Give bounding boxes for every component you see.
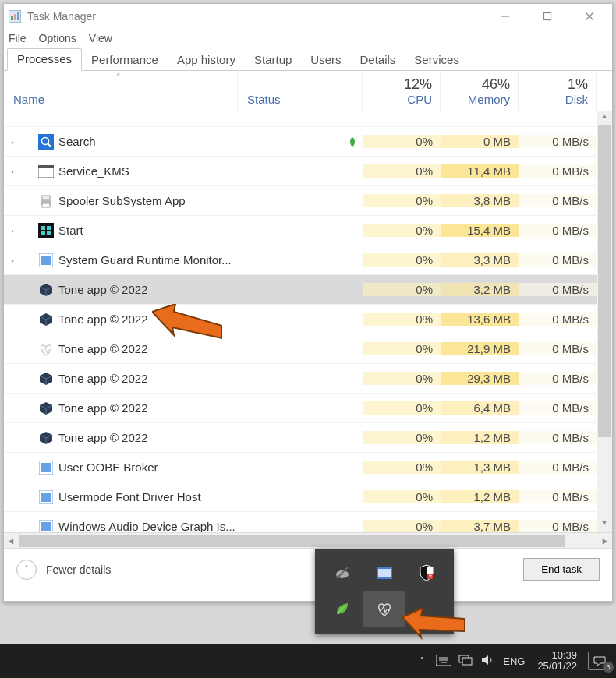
minimize-button[interactable] (484, 4, 526, 29)
process-name: Usermode Font Driver Host (58, 490, 201, 503)
language-indicator[interactable]: ENG (503, 655, 525, 667)
cpu-cell: 0% (363, 431, 441, 444)
disk-cell: 0 MB/s (519, 401, 597, 415)
app-icon (38, 489, 54, 505)
keyboard-icon[interactable] (433, 655, 455, 668)
process-name: System Guard Runtime Monitor... (58, 253, 232, 267)
process-row[interactable]: ›·Usermode Font Driver Host0%1,2 MB0 MB/… (4, 482, 612, 512)
svg-rect-5 (544, 13, 551, 20)
menu-options[interactable]: Options (39, 32, 76, 44)
tab-users[interactable]: Users (301, 50, 350, 71)
maximize-button[interactable] (526, 4, 568, 29)
cpu-cell: 0% (363, 283, 441, 296)
memory-label: Memory (468, 93, 510, 106)
tray-shield-x-icon[interactable]: ✕ (405, 555, 448, 591)
process-row[interactable]: ›·Spooler SubSystem App0%3,8 MB0 MB/s (4, 186, 612, 216)
tab-performance[interactable]: Performance (82, 50, 168, 71)
tab-startup[interactable]: Startup (245, 50, 301, 71)
network-icon[interactable] (455, 654, 476, 669)
titlebar[interactable]: Task Manager (4, 4, 612, 29)
process-row[interactable]: ›·Tone app © 20220%3,2 MB0 MB/s (4, 275, 612, 305)
cpu-cell: 0% (363, 194, 441, 207)
process-row[interactable]: ›·Tone app © 20220%1,2 MB0 MB/s (4, 423, 612, 453)
memory-cell: 21,9 MB (441, 342, 519, 355)
menu-view[interactable]: View (89, 32, 112, 44)
col-cpu[interactable]: 12% CPU (363, 71, 441, 111)
process-list[interactable]: ›·Search0%0 MB0 MB/s›·Service_KMS0%11,4 … (4, 111, 612, 532)
cpu-cell: 0% (363, 490, 441, 503)
process-row[interactable]: ›·Service_KMS0%11,4 MB0 MB/s (4, 157, 612, 186)
notifications-button[interactable]: 3 (588, 652, 611, 670)
cpu-cell: 0% (363, 342, 441, 355)
cpu-cell: 0% (363, 224, 441, 237)
process-row[interactable]: ›·Tone app © 20220%13,6 MB0 MB/s (4, 305, 612, 334)
disk-cell: 0 MB/s (519, 431, 597, 444)
cpu-cell: 0% (363, 461, 441, 474)
tray-leaf-icon[interactable] (321, 591, 363, 627)
cpu-cell: 0% (363, 313, 441, 326)
close-button[interactable] (568, 4, 611, 29)
cpu-cell: 0% (363, 520, 441, 532)
disk-cell: 0 MB/s (519, 520, 597, 532)
process-name: User OOBE Broker (58, 461, 158, 474)
process-row[interactable]: ›·Start0%15,4 MB0 MB/s (4, 216, 612, 245)
tab-services[interactable]: Services (405, 50, 469, 71)
expand-caret-icon[interactable]: › (7, 256, 18, 265)
memory-cell: 3,3 MB (441, 253, 519, 267)
notification-badge: 3 (603, 662, 614, 673)
cube-icon (38, 312, 54, 327)
tray-heart-icon[interactable] (363, 591, 405, 627)
col-disk[interactable]: 1% Disk (519, 71, 597, 111)
expand-caret-icon[interactable]: › (7, 226, 18, 235)
process-row[interactable]: ›·Tone app © 20220%6,4 MB0 MB/s (4, 394, 612, 423)
menu-file[interactable]: File (9, 32, 27, 44)
svg-rect-16 (38, 223, 54, 238)
col-status[interactable]: Status (238, 71, 363, 111)
process-row[interactable]: ›·User OOBE Broker0%1,3 MB0 MB/s (4, 453, 612, 482)
cube-icon (38, 401, 54, 416)
tray-cloud-off-icon[interactable] (321, 555, 363, 591)
column-header: ˄ Name Status 12% CPU 46% Memory 1% Disk (4, 71, 612, 111)
process-name: Tone app © 2022 (58, 401, 147, 415)
app-icon (38, 252, 54, 268)
memory-cell: 1,3 MB (441, 461, 519, 474)
tray-window-icon[interactable] (363, 555, 405, 591)
svg-rect-3 (17, 12, 19, 20)
vertical-scrollbar[interactable]: ▲▼ (597, 111, 612, 532)
app-icon (38, 460, 54, 475)
fewer-details-label: Fewer details (46, 563, 111, 576)
svg-rect-52 (462, 658, 472, 665)
col-name[interactable]: ˄ Name (4, 71, 238, 111)
process-row[interactable]: ›·Windows Audio Device Graph Is...0%3,7 … (4, 512, 612, 532)
cube-icon (38, 430, 54, 446)
disk-label: Disk (565, 93, 588, 106)
screenshot-frame: Task Manager File Options View Processes… (0, 0, 616, 678)
horizontal-scrollbar[interactable]: ◄► (4, 532, 612, 548)
disk-cell: 0 MB/s (519, 283, 597, 296)
memory-pct: 46% (482, 76, 510, 93)
disk-cell: 0 MB/s (519, 224, 597, 237)
tray-overflow[interactable]: ✕ (315, 549, 454, 634)
taskbar[interactable]: ˄ ENG 10:39 25/01/22 3 (0, 644, 616, 678)
hscroll-thumb[interactable] (19, 535, 565, 547)
expand-caret-icon[interactable]: › (7, 137, 18, 147)
expand-caret-icon[interactable]: › (7, 167, 18, 176)
tab-app-history[interactable]: App history (168, 50, 245, 71)
chevron-up-icon: ˄ (16, 560, 37, 580)
process-row[interactable]: ›·Tone app © 20220%21,9 MB0 MB/s (4, 334, 612, 364)
process-row[interactable]: ›·System Guard Runtime Monitor...0%3,3 M… (4, 245, 612, 275)
tab-details[interactable]: Details (351, 50, 405, 71)
start-icon (38, 223, 54, 238)
process-row[interactable]: ›·Search0%0 MB0 MB/s (4, 127, 612, 157)
memory-cell: 15,4 MB (441, 224, 519, 237)
tray-chevron-icon[interactable]: ˄ (411, 655, 433, 667)
fewer-details-button[interactable]: ˄ Fewer details (16, 560, 111, 580)
col-memory[interactable]: 46% Memory (441, 71, 519, 111)
end-task-button[interactable]: End task (523, 558, 600, 581)
process-row[interactable]: ›·Tone app © 20220%29,3 MB0 MB/s (4, 364, 612, 394)
volume-icon[interactable] (476, 654, 498, 669)
clock[interactable]: 10:39 25/01/22 (537, 650, 577, 673)
tab-processes[interactable]: Processes (7, 48, 82, 71)
scroll-thumb[interactable] (598, 125, 611, 437)
svg-rect-22 (41, 256, 51, 265)
